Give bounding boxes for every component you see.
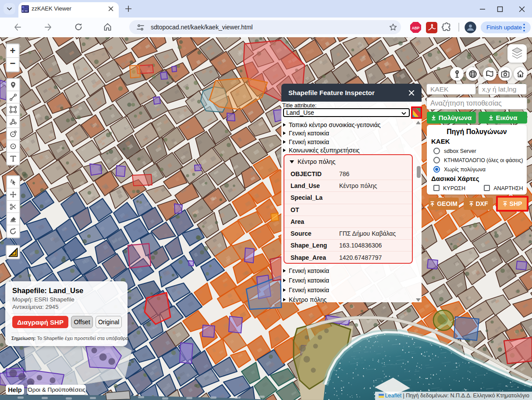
svg-text:ABP: ABP [412,26,420,30]
